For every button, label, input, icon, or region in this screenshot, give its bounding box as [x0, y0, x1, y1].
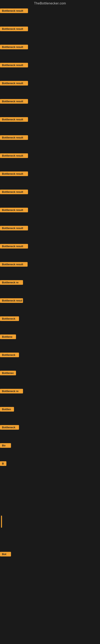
list-item: Bottleneck result	[0, 79, 100, 98]
bottleneck-badge: Bottleneck result	[0, 99, 28, 104]
list-item: Bo	[0, 442, 100, 460]
list-item: Bottleneck result	[0, 116, 100, 134]
list-item: Bottlenec	[0, 369, 100, 387]
list-item	[0, 514, 100, 532]
bottleneck-badge: Bottleneck result	[0, 190, 28, 194]
list-item: Bottleneck result	[0, 188, 100, 206]
bottleneck-badge: Bottleneck result	[0, 153, 28, 158]
list-item: Bottlen	[0, 405, 100, 424]
list-item: Bottleneck result	[0, 206, 100, 224]
list-item: Bottleneck result	[0, 134, 100, 152]
list-item	[0, 604, 100, 623]
list-item: Bottleneck result	[0, 25, 100, 43]
bottleneck-badge: Bottleneck re	[0, 280, 23, 285]
list-item	[0, 532, 100, 550]
vertical-bar-icon	[1, 516, 2, 528]
list-item: Bottleneck	[0, 351, 100, 369]
list-item: Bottleneck result	[0, 260, 100, 278]
list-item: Bottleneck result	[0, 43, 100, 61]
list-item: Bottleneck result	[0, 61, 100, 79]
list-item: Bottleneck re	[0, 387, 100, 405]
bottleneck-badge: Bottleneck result	[0, 81, 28, 86]
list-item: Bottleneck	[0, 315, 100, 333]
list-item	[0, 568, 100, 586]
bottleneck-badge: Bottleneck result	[0, 45, 28, 49]
list-item: Bottleneck result	[0, 170, 100, 188]
bottleneck-badge: Bo	[0, 443, 11, 448]
list-item: Bottleneck re	[0, 278, 100, 297]
bottleneck-badge: Bottleneck	[0, 316, 19, 321]
bottleneck-badge: Bottleneck result	[0, 8, 28, 13]
bottleneck-badge: Bottleneck re	[0, 389, 23, 394]
bottleneck-badge: Bottleneck result	[0, 262, 28, 267]
bottleneck-badge: Bottleneck result	[0, 208, 28, 212]
bottleneck-badge: B	[0, 461, 6, 466]
bottleneck-badge: Bot	[0, 552, 11, 556]
bottleneck-badge: Bottleneck resul	[0, 298, 23, 303]
bottleneck-badge: Bottleneck	[0, 425, 19, 430]
bottleneck-badge: Bottlene	[0, 334, 16, 339]
bottleneck-list: Bottleneck resultBottleneck resultBottle…	[0, 7, 100, 641]
bottleneck-badge: Bottleneck result	[0, 63, 28, 68]
list-item: Bottleneck result	[0, 224, 100, 242]
list-item	[0, 586, 100, 604]
list-item: Bottleneck	[0, 424, 100, 442]
list-item: Bottlene	[0, 333, 100, 351]
list-item: Bottleneck result	[0, 98, 100, 116]
list-item: Bottleneck result	[0, 7, 100, 25]
bottleneck-badge: Bottleneck result	[0, 26, 28, 31]
bottleneck-badge: Bottleneck result	[0, 226, 28, 230]
list-item	[0, 478, 100, 496]
bottleneck-badge: Bottlenec	[0, 371, 16, 375]
site-title: TheBottlenecker.com	[0, 0, 100, 7]
bottleneck-badge: Bottlen	[0, 407, 14, 412]
list-item: B	[0, 460, 100, 478]
list-item: Bottleneck result	[0, 242, 100, 260]
bottleneck-badge: Bottleneck result	[0, 172, 28, 176]
bottleneck-badge: Bottleneck result	[0, 117, 28, 122]
list-item	[0, 496, 100, 514]
list-item	[0, 623, 100, 641]
list-item: Bottleneck result	[0, 152, 100, 170]
list-item: Bottleneck resul	[0, 297, 100, 315]
bottleneck-badge: Bottleneck result	[0, 135, 28, 140]
bottleneck-badge: Bottleneck result	[0, 244, 28, 248]
bottleneck-badge: Bottleneck	[0, 352, 19, 357]
list-item: Bot	[0, 550, 100, 568]
